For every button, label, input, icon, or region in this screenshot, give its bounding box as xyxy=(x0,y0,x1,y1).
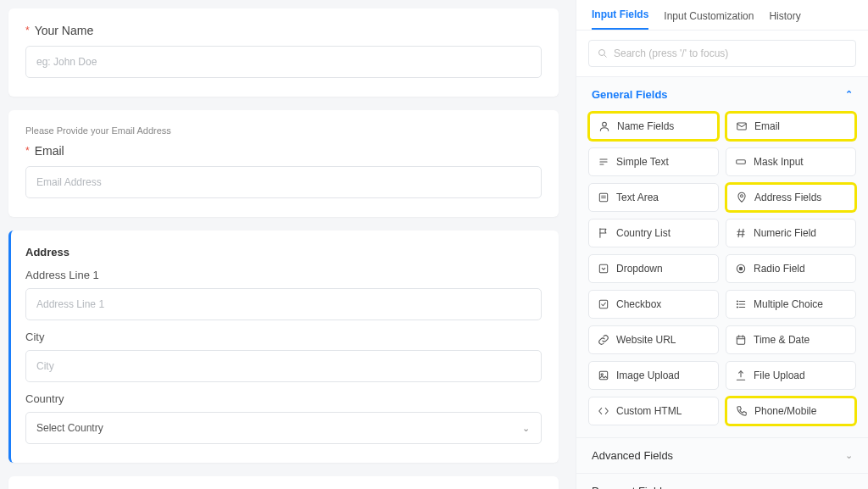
svg-point-23 xyxy=(737,301,737,302)
field-item-radio[interactable]: Radio Field xyxy=(726,254,856,283)
field-item-phone[interactable]: Phone/Mobile xyxy=(726,397,856,425)
field-item-country[interactable]: Country List xyxy=(588,219,719,247)
name-input[interactable] xyxy=(25,46,542,78)
field-item-simple_text[interactable]: Simple Text xyxy=(588,147,719,176)
field-item-numeric[interactable]: Numeric Field xyxy=(726,219,856,247)
email-helper: Please Provide your Email Address xyxy=(25,125,542,136)
section-general-header[interactable]: General Fields ⌃ xyxy=(576,77,868,112)
field-grid: Name FieldsEmailSimple TextMask InputTex… xyxy=(576,112,868,437)
text-icon xyxy=(598,156,609,168)
field-item-label: Email xyxy=(754,120,780,132)
calendar-icon xyxy=(735,334,747,346)
field-item-checkbox[interactable]: Checkbox xyxy=(588,290,719,319)
email-input[interactable] xyxy=(25,166,542,198)
address-line1-input[interactable] xyxy=(25,288,542,320)
name-label: * Your Name xyxy=(25,24,542,37)
required-star: * xyxy=(25,25,30,36)
sidebar-tabs: Input Fields Input Customization History xyxy=(576,0,868,31)
field-item-label: Country List xyxy=(616,227,670,239)
search-icon xyxy=(598,48,608,58)
svg-point-0 xyxy=(599,50,605,56)
field-item-textarea[interactable]: Text Area xyxy=(588,183,719,212)
name-card: * Your Name xyxy=(8,8,559,97)
field-item-website[interactable]: Website URL xyxy=(588,325,719,354)
country-label: Country xyxy=(25,392,542,405)
field-item-label: Checkbox xyxy=(616,298,661,310)
svg-point-11 xyxy=(741,195,743,197)
field-item-label: Radio Field xyxy=(754,263,805,275)
section-advanced: Advanced Fields ⌄ xyxy=(576,438,868,474)
field-item-name[interactable]: Name Fields xyxy=(588,112,719,141)
field-item-dropdown[interactable]: Dropdown xyxy=(588,254,719,283)
svg-rect-16 xyxy=(599,264,607,272)
section-payment-header[interactable]: Payment Fields ⌄ xyxy=(576,474,868,489)
name-label-text: Your Name xyxy=(35,24,94,37)
city-label: City xyxy=(25,331,542,343)
radio-icon xyxy=(735,263,747,275)
svg-line-14 xyxy=(738,229,739,236)
flag-icon xyxy=(598,227,609,239)
country-select[interactable]: Select Country xyxy=(25,412,542,444)
field-item-label: Text Area xyxy=(616,192,659,203)
phone-card: Phone/Mobile xyxy=(8,476,559,489)
field-item-label: Time & Date xyxy=(754,334,810,346)
section-advanced-title: Advanced Fields xyxy=(592,449,673,462)
section-advanced-header[interactable]: Advanced Fields ⌄ xyxy=(576,438,868,473)
field-item-label: Name Fields xyxy=(617,120,674,132)
list-icon xyxy=(735,298,747,310)
tab-input-customization[interactable]: Input Customization xyxy=(664,10,754,30)
svg-rect-26 xyxy=(737,336,744,344)
city-input[interactable] xyxy=(25,350,542,382)
email-label-text: Email xyxy=(35,144,64,158)
svg-point-24 xyxy=(737,303,737,304)
field-item-label: File Upload xyxy=(754,370,805,381)
caret-sq-icon xyxy=(598,263,609,275)
sidebar: Input Fields Input Customization History… xyxy=(576,0,868,489)
field-item-address[interactable]: Address Fields xyxy=(726,183,856,212)
svg-rect-8 xyxy=(599,193,607,201)
upload-icon xyxy=(735,370,747,381)
address-title: Address xyxy=(25,246,542,258)
field-item-email[interactable]: Email xyxy=(726,112,856,141)
search-input[interactable] xyxy=(614,47,847,59)
field-item-image_upload[interactable]: Image Upload xyxy=(588,361,719,390)
phone-icon xyxy=(736,405,748,417)
image-icon xyxy=(598,370,609,381)
svg-point-2 xyxy=(603,122,607,126)
field-item-label: Custom HTML xyxy=(616,405,682,417)
field-item-label: Dropdown xyxy=(616,263,663,275)
field-item-label: Image Upload xyxy=(616,370,680,381)
email-card: Please Provide your Email Address * Emai… xyxy=(8,110,559,217)
tab-history[interactable]: History xyxy=(769,10,800,30)
field-item-label: Website URL xyxy=(616,334,676,346)
section-general-title: General Fields xyxy=(592,88,668,101)
field-item-file_upload[interactable]: File Upload xyxy=(726,361,856,390)
form-preview-pane: * Your Name Please Provide your Email Ad… xyxy=(0,0,576,489)
svg-rect-30 xyxy=(599,371,607,379)
address-card: Address Address Line 1 City Country Sele… xyxy=(8,231,559,463)
svg-rect-19 xyxy=(599,300,607,308)
link-icon xyxy=(598,334,609,346)
chevron-up-icon: ⌃ xyxy=(845,89,853,100)
pin-icon xyxy=(736,192,748,203)
field-item-label: Multiple Choice xyxy=(754,298,823,310)
field-item-custom_html[interactable]: Custom HTML xyxy=(588,397,719,425)
tab-input-fields[interactable]: Input Fields xyxy=(592,8,648,30)
sidebar-body: General Fields ⌃ Name FieldsEmailSimple … xyxy=(576,77,868,489)
field-item-label: Address Fields xyxy=(754,192,821,203)
check-sq-icon xyxy=(598,298,609,310)
svg-line-1 xyxy=(604,55,607,58)
svg-point-25 xyxy=(737,307,737,308)
code-icon xyxy=(598,405,609,417)
rect-icon xyxy=(735,156,747,168)
field-item-label: Numeric Field xyxy=(754,227,816,239)
svg-point-31 xyxy=(601,374,603,375)
section-general: General Fields ⌃ Name FieldsEmailSimple … xyxy=(576,77,868,438)
field-item-multiple_choice[interactable]: Multiple Choice xyxy=(726,290,856,319)
svg-line-15 xyxy=(743,229,743,236)
mail-icon xyxy=(736,120,748,132)
chevron-down-icon: ⌄ xyxy=(845,450,853,461)
field-item-timedate[interactable]: Time & Date xyxy=(726,325,856,354)
field-item-mask[interactable]: Mask Input xyxy=(726,147,856,176)
svg-rect-7 xyxy=(737,160,746,164)
